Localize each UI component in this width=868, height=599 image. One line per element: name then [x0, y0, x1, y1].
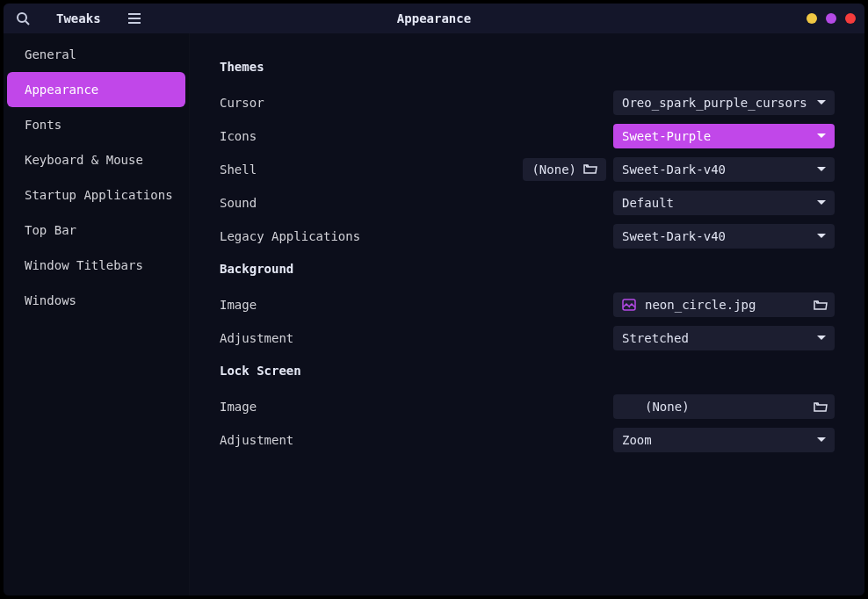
- sidebar-item-top-bar[interactable]: Top Bar: [7, 213, 185, 248]
- window-controls: [807, 13, 856, 24]
- icons-select[interactable]: Sweet-Purple: [613, 124, 835, 148]
- sidebar-item-keyboard-mouse[interactable]: Keyboard & Mouse: [7, 142, 185, 177]
- image-icon: [622, 299, 636, 311]
- sound-select[interactable]: Default: [613, 191, 835, 215]
- sidebar-item-label: Startup Applications: [25, 188, 173, 202]
- select-value: Zoom: [622, 433, 652, 447]
- row-label: Image: [220, 400, 257, 414]
- sidebar-item-label: Fonts: [25, 118, 61, 132]
- lockscreen-adjustment-select[interactable]: Zoom: [613, 428, 835, 452]
- row-background-image: Image neon_circle.jpg: [220, 288, 835, 321]
- select-value: Oreo_spark_purple_cursors: [622, 96, 807, 110]
- sidebar-item-label: Windows: [25, 293, 76, 307]
- lockscreen-image-select[interactable]: (None): [613, 394, 835, 419]
- titlebar: Tweaks Appearance: [4, 4, 864, 33]
- chevron-down-icon: [817, 100, 826, 105]
- sidebar: General Appearance Fonts Keyboard & Mous…: [4, 33, 190, 595]
- search-icon[interactable]: [16, 11, 30, 25]
- shell-file-value: (None): [532, 162, 576, 177]
- chevron-down-icon: [817, 336, 826, 341]
- row-label: Legacy Applications: [220, 229, 360, 243]
- cursor-select[interactable]: Oreo_spark_purple_cursors: [613, 90, 835, 115]
- chevron-down-icon: [817, 234, 826, 239]
- select-value: Sweet-Dark-v40: [622, 229, 726, 243]
- sidebar-item-startup-applications[interactable]: Startup Applications: [7, 177, 185, 213]
- row-label: Icons: [220, 129, 257, 143]
- row-cursor: Cursor Oreo_spark_purple_cursors: [220, 86, 835, 119]
- sidebar-item-label: Window Titlebars: [25, 258, 143, 272]
- shell-select[interactable]: Sweet-Dark-v40: [613, 157, 835, 182]
- row-label: Shell: [220, 162, 257, 177]
- background-adjustment-select[interactable]: Stretched: [613, 326, 835, 350]
- sidebar-item-label: General: [25, 47, 76, 61]
- select-value: Sweet-Purple: [622, 129, 711, 143]
- sidebar-item-label: Keyboard & Mouse: [25, 153, 143, 167]
- row-icons: Icons Sweet-Purple: [220, 119, 835, 153]
- section-title-lock-screen: Lock Screen: [220, 364, 835, 378]
- row-background-adjustment: Adjustment Stretched: [220, 321, 835, 355]
- file-value: (None): [645, 400, 690, 414]
- chevron-down-icon: [817, 167, 826, 172]
- minimize-button[interactable]: [807, 13, 817, 24]
- row-shell: Shell (None) Sweet-Dark-v40: [220, 153, 835, 186]
- sidebar-item-window-titlebars[interactable]: Window Titlebars: [7, 248, 185, 283]
- row-label: Cursor: [220, 96, 264, 110]
- row-lockscreen-image: Image (None): [220, 390, 835, 423]
- select-value: Default: [622, 196, 674, 210]
- chevron-down-icon: [817, 200, 826, 206]
- background-image-select[interactable]: neon_circle.jpg: [613, 292, 835, 317]
- section-title-background: Background: [220, 262, 835, 276]
- row-legacy-applications: Legacy Applications Sweet-Dark-v40: [220, 220, 835, 253]
- row-label: Image: [220, 298, 257, 312]
- select-value: Sweet-Dark-v40: [622, 162, 726, 177]
- sidebar-item-windows[interactable]: Windows: [7, 283, 185, 318]
- row-sound: Sound Default: [220, 186, 835, 220]
- shell-file-select[interactable]: (None): [523, 158, 606, 181]
- row-label: Adjustment: [220, 433, 293, 447]
- legacy-applications-select[interactable]: Sweet-Dark-v40: [613, 224, 835, 249]
- sidebar-item-label: Appearance: [25, 83, 98, 97]
- content-panel: Themes Cursor Oreo_spark_purple_cursors …: [190, 33, 864, 595]
- row-label: Sound: [220, 196, 257, 210]
- page-title: Appearance: [397, 11, 471, 25]
- row-lockscreen-adjustment: Adjustment Zoom: [220, 423, 835, 457]
- folder-open-icon: [814, 401, 828, 413]
- folder-open-icon: [583, 162, 597, 177]
- chevron-down-icon: [817, 134, 826, 139]
- svg-point-0: [18, 13, 26, 22]
- hamburger-icon[interactable]: [127, 12, 141, 25]
- sidebar-item-fonts[interactable]: Fonts: [7, 107, 185, 142]
- file-value: neon_circle.jpg: [645, 298, 756, 312]
- row-label: Adjustment: [220, 331, 293, 345]
- maximize-button[interactable]: [826, 13, 836, 24]
- close-button[interactable]: [845, 13, 856, 24]
- sidebar-item-label: Top Bar: [25, 223, 76, 237]
- chevron-down-icon: [817, 437, 826, 443]
- sidebar-item-general[interactable]: General: [7, 37, 185, 72]
- folder-open-icon: [814, 299, 828, 311]
- app-title: Tweaks: [56, 11, 101, 25]
- section-title-themes: Themes: [220, 60, 835, 74]
- svg-line-1: [25, 21, 29, 25]
- select-value: Stretched: [622, 331, 689, 345]
- sidebar-item-appearance[interactable]: Appearance: [7, 72, 185, 107]
